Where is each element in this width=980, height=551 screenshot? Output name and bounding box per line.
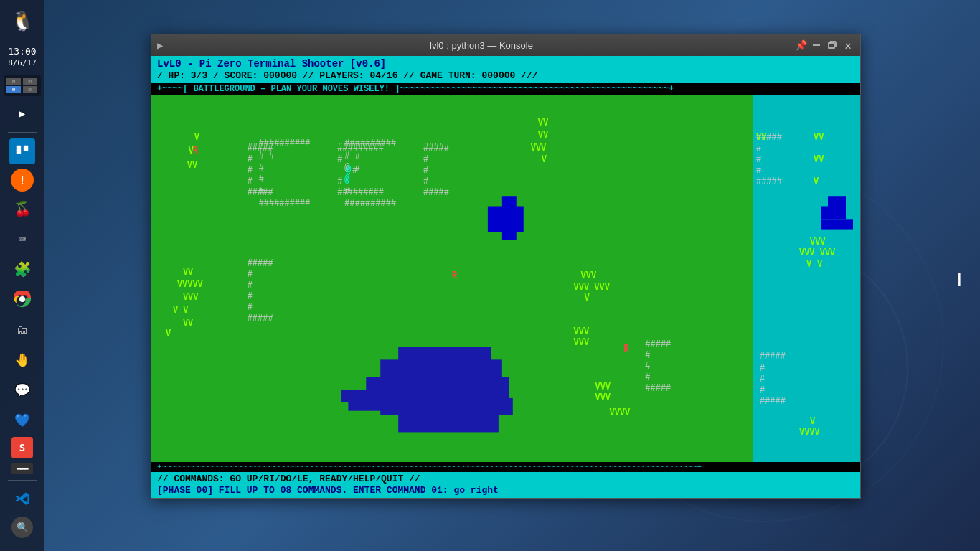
mouse-cursor: ▎ <box>958 273 966 286</box>
svg-text:#: # <box>645 349 650 361</box>
divider-2 <box>8 480 37 481</box>
svg-text:VV: VV <box>756 131 766 143</box>
game-field-svg: ########## # # # # # ########## ########… <box>151 95 753 462</box>
konsole-titlebar: ▶ lvl0 : python3 — Konsole 📌 ✕ <box>151 34 860 56</box>
svg-text:V   V: V V <box>173 304 189 316</box>
svg-point-2 <box>19 296 25 302</box>
konsole-content: LvL0 - Pi Zero Terminal Shooter [v0.6] /… <box>151 56 860 498</box>
search-app-icon[interactable]: 🔍 <box>11 517 33 538</box>
svg-text:R: R <box>452 270 457 282</box>
svg-text:VVV VVV: VVV VVV <box>574 281 610 293</box>
svg-text:V: V <box>585 292 590 303</box>
chrome-app-icon[interactable] <box>9 286 35 312</box>
puzzle-app-icon[interactable]: 🧩 <box>9 256 35 282</box>
svg-text:V: V <box>542 154 547 165</box>
svg-text:VVV: VVV <box>810 236 826 248</box>
svg-text:VVV: VVV <box>531 142 547 154</box>
game-input-line: [PHASE 00] FILL UP TO 08 COMMANDS. ENTER… <box>151 485 860 498</box>
close-button[interactable]: ✕ <box>842 39 854 52</box>
svg-text:V: V <box>810 415 815 427</box>
svg-rect-65 <box>341 390 369 402</box>
vscode-app-icon[interactable] <box>9 486 35 512</box>
svg-text:VV: VV <box>814 131 824 143</box>
svg-text:#: # <box>248 268 253 280</box>
svg-text:#: # <box>756 154 761 165</box>
svg-text:#####: ##### <box>760 351 786 362</box>
discord-app-icon[interactable]: 💬 <box>9 377 35 402</box>
svg-text:#: # <box>248 280 253 291</box>
terminal-app-icon[interactable]: ━━━ <box>11 463 33 474</box>
svg-text:#: # <box>760 373 765 385</box>
svg-text:#: # <box>337 154 342 165</box>
svg-text:#: # <box>756 142 761 154</box>
svg-text:VVVV: VVVV <box>799 426 820 438</box>
svg-text:VV: VV <box>187 159 197 171</box>
divider-1 <box>8 132 37 133</box>
svg-text:#: # <box>756 164 761 176</box>
cherry-app-icon[interactable]: 🍒 <box>9 196 35 222</box>
messenger-app-icon[interactable]: 💙 <box>9 407 35 433</box>
svg-text:#####: ##### <box>756 176 782 187</box>
minimize-button[interactable] <box>810 39 823 52</box>
svg-text:VVV: VVV <box>574 326 590 337</box>
svg-text:VVV: VVV <box>183 291 199 303</box>
clock-date: 8/6/17 <box>8 58 37 68</box>
keyboard-app-icon[interactable]: ⌨ <box>9 226 35 252</box>
game-status-line: / HP: 3/3 / SCORE: 000000 // PLAYERS: 04… <box>151 70 860 83</box>
svg-text:#: # <box>259 174 264 185</box>
svg-rect-41 <box>502 227 517 240</box>
cyan-zone-svg: ##### # # # ##### VV VV VV V VVV VVV VVV <box>753 95 860 462</box>
maximize-button[interactable] <box>826 39 839 52</box>
konsole-window: ▶ lvl0 : python3 — Konsole 📌 ✕ LvL0 - Pi… <box>151 34 861 499</box>
svg-text:#: # <box>248 302 253 314</box>
svg-rect-94 <box>828 196 846 209</box>
svg-text:VV: VV <box>814 154 824 165</box>
svg-text:#: # <box>259 162 264 174</box>
files-app-icon[interactable]: 🗂 <box>9 316 35 342</box>
svg-text:VV: VV <box>183 317 193 329</box>
konsole-window-icon: ▶ <box>157 39 169 51</box>
svg-rect-0 <box>17 146 21 154</box>
svg-text:##########: ########## <box>259 198 311 209</box>
game-title-line: LvL0 - Pi Zero Terminal Shooter [v0.6] <box>151 56 860 70</box>
svg-text:@: @ <box>346 164 351 176</box>
svg-rect-4 <box>829 43 834 48</box>
game-body: ########## # # # # # ########## ########… <box>151 95 860 462</box>
taskbar: 🐧 13:00 8/6/17 ⊞ ⊡ ⊞ ⊡ ▶ ! 🍒 ⌨ 🧩 � <box>0 0 44 551</box>
game-banner-line: +~~~~[ BATTLEGROUND – PLAN YOUR MOVES WI… <box>151 83 860 95</box>
titlebar-buttons: 📌 ✕ <box>794 39 854 52</box>
tux-logo-icon: 🐧 <box>7 6 37 36</box>
desktop: 🐧 13:00 8/6/17 ⊞ ⊡ ⊞ ⊡ ▶ ! 🍒 ⌨ 🧩 � <box>0 0 980 551</box>
svg-text:V: V <box>806 258 811 270</box>
svg-text:#: # <box>760 385 765 396</box>
pin-button[interactable]: 📌 <box>794 39 807 52</box>
gsuite-app-icon[interactable]: S <box>11 437 33 458</box>
svg-text:VVV: VVV <box>595 392 611 404</box>
svg-text:#####: ##### <box>248 142 273 154</box>
game-commands-line: // COMMANDS: GO UP/RI/DO/LE, READY/HELP/… <box>151 472 860 485</box>
orange-app-icon[interactable]: ! <box>11 169 34 192</box>
svg-rect-95 <box>821 219 853 229</box>
trello-app-icon[interactable] <box>9 138 35 164</box>
hand-app-icon[interactable]: 🤚 <box>9 347 35 372</box>
play-icon[interactable]: ▶ <box>9 100 35 126</box>
svg-text:#####: ##### <box>645 382 671 394</box>
svg-text:#####: ##### <box>248 313 273 324</box>
svg-text:#####: ##### <box>248 187 273 198</box>
svg-text:#: # <box>248 154 253 165</box>
clock-time: 13:00 <box>8 46 37 58</box>
svg-text:#: # <box>645 361 650 372</box>
game-cyan-zone: ##### # # # ##### VV VV VV V VVV VVV VVV <box>753 95 860 462</box>
svg-text:#: # <box>248 291 253 302</box>
svg-rect-63 <box>398 411 499 433</box>
svg-text:VVVV: VVVV <box>609 407 630 418</box>
game-green-zone: ########## # # # # # ########## ########… <box>151 95 753 462</box>
svg-text:##########: ########## <box>344 198 396 209</box>
svg-text:#: # <box>423 154 428 165</box>
svg-text:#: # <box>760 362 765 374</box>
konsole-title: lvl0 : python3 — Konsole <box>173 40 790 51</box>
svg-text:#####: ##### <box>760 395 786 407</box>
svg-rect-1 <box>24 146 28 151</box>
svg-text:#: # <box>645 372 650 383</box>
svg-text:#: # <box>352 164 357 176</box>
